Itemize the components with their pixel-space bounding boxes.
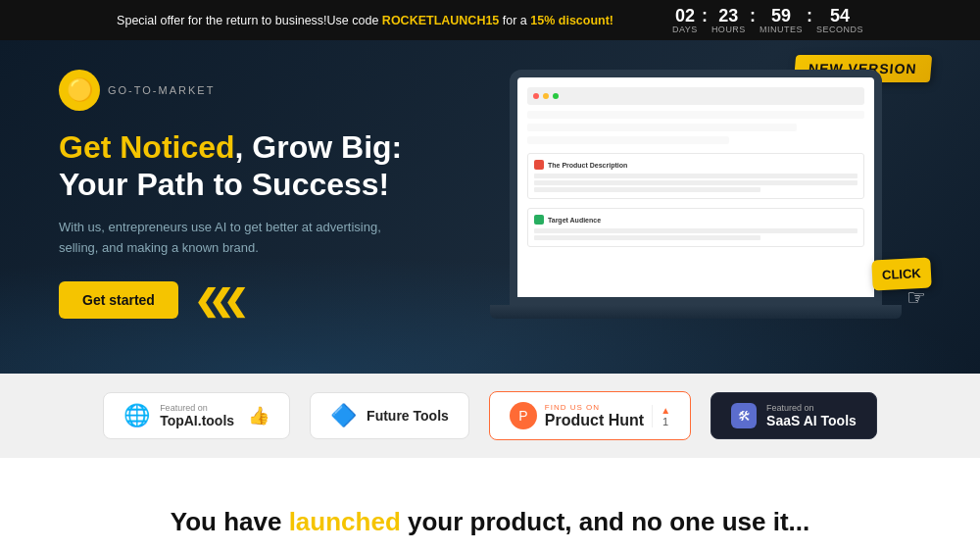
countdown-timer: 02 DAYS : 23 HOURS : 59 MINUTES : 54 SEC… (672, 6, 863, 34)
screen-content: The Product Description (527, 111, 864, 287)
dot-green (553, 93, 559, 99)
screen-line-3 (527, 136, 729, 144)
main-heading-normal: You have (171, 507, 289, 536)
screen-line-1 (527, 111, 864, 119)
futuretools-label: Future Tools (367, 408, 449, 424)
hero-heading-highlight: Get Noticed (59, 129, 235, 165)
product-desc-label: The Product Description (548, 162, 627, 169)
logo-area: 🟡 GO-TO-MARKET (59, 70, 470, 111)
target-audience-section: Target Audience (527, 208, 864, 247)
topai-icon: 🌐 (123, 403, 150, 428)
cta-row: Get started ❮❮❮ (59, 281, 470, 319)
sep3: : (807, 6, 812, 26)
target-audience-lines (534, 228, 858, 240)
dot-red (533, 93, 539, 99)
laptop-screen: The Product Description (517, 77, 874, 297)
topai-name: TopAI.tools (160, 413, 234, 428)
futuretools-icon: 🔷 (330, 403, 357, 428)
chevron-icon: ❮❮❮ (194, 283, 238, 318)
hero-subtext: With us, entrepreneurs use AI to get bet… (59, 218, 392, 259)
section-icon-green (534, 215, 544, 225)
sep2: : (750, 6, 756, 26)
hero-left: 🟡 GO-TO-MARKET Get Noticed, Grow Big: Yo… (59, 70, 470, 319)
pacman-icon: 🟡 (67, 77, 93, 103)
hero-heading: Get Noticed, Grow Big: Your Path to Succ… (59, 128, 470, 204)
chevrons-decoration: ❮❮❮ (194, 283, 238, 318)
dot-yellow (543, 93, 549, 99)
brand-card-futuretools[interactable]: 🔷 Future Tools (310, 392, 469, 439)
brands-bar: 🌐 Featured on TopAI.tools 👍 🔷 Future Too… (0, 374, 980, 458)
click-badge-area: CLICK ☞ (872, 259, 931, 289)
countdown-seconds: 54 SECONDS (816, 7, 863, 34)
product-desc-lines (534, 174, 858, 192)
producthunt-label: FIND US ON Product Hunt (545, 403, 644, 429)
section-icon-red (534, 160, 544, 170)
screen-line-2 (527, 124, 797, 131)
producthunt-count: 1 (662, 416, 668, 427)
countdown-minutes: 59 MINUTES (760, 7, 803, 34)
producthunt-name: Product Hunt (545, 412, 644, 429)
sep1: : (702, 6, 708, 26)
producthunt-icon: P (510, 402, 537, 429)
laptop-frame: The Product Description (510, 70, 882, 305)
product-description-section: The Product Description (527, 153, 864, 199)
topai-label: Featured on TopAI.tools (160, 403, 234, 428)
cursor-icon: ☞ (906, 285, 926, 311)
hero-right: NEW VERSION (510, 70, 921, 319)
laptop-base (490, 305, 902, 319)
producthunt-score: ▲ 1 (652, 405, 670, 427)
countdown-hours: 23 HOURS (711, 7, 746, 34)
main-heading-highlight: launched (289, 507, 401, 536)
saasai-label: Featured on SaaS AI Tools (766, 403, 857, 428)
logo-text: GO-TO-MARKET (108, 84, 215, 96)
banner-discount: 15% discount! (530, 14, 613, 27)
target-audience-label: Target Audience (548, 217, 601, 224)
laptop-mockup: NEW VERSION (510, 70, 921, 319)
futuretools-name: Future Tools (367, 408, 449, 424)
logo-icon: 🟡 (59, 70, 100, 111)
countdown-days: 02 DAYS (672, 7, 698, 34)
top-banner: Special offer for the return to business… (0, 0, 980, 40)
main-heading-suffix: your product, and no one use it... (401, 507, 809, 536)
get-started-button[interactable]: Get started (59, 281, 178, 319)
saasai-icon: 🛠 (731, 403, 757, 428)
brand-card-producthunt[interactable]: P FIND US ON Product Hunt ▲ 1 (489, 391, 691, 440)
main-heading: You have launched your product, and no o… (59, 507, 921, 537)
banner-suffix: for a (499, 14, 530, 27)
up-arrow-icon: ▲ (661, 405, 670, 416)
banner-code: ROCKETLAUNCH15 (382, 14, 499, 27)
hero-section: 🟡 GO-TO-MARKET Get Noticed, Grow Big: Yo… (0, 40, 980, 374)
topai-pre: Featured on (160, 403, 234, 413)
producthunt-pre: FIND US ON (545, 403, 644, 412)
main-section: You have launched your product, and no o… (0, 458, 980, 552)
brand-card-topai[interactable]: 🌐 Featured on TopAI.tools 👍 (103, 392, 290, 439)
saasai-name: SaaS AI Tools (766, 413, 857, 428)
brand-card-saasai[interactable]: 🛠 Featured on SaaS AI Tools (710, 392, 877, 439)
saasai-pre: Featured on (766, 403, 857, 413)
banner-text-normal: Special offer for the return to business… (117, 14, 382, 27)
screen-top-bar (527, 87, 864, 105)
topai-thumb: 👍 (248, 405, 270, 427)
banner-message: Special offer for the return to business… (117, 14, 613, 27)
